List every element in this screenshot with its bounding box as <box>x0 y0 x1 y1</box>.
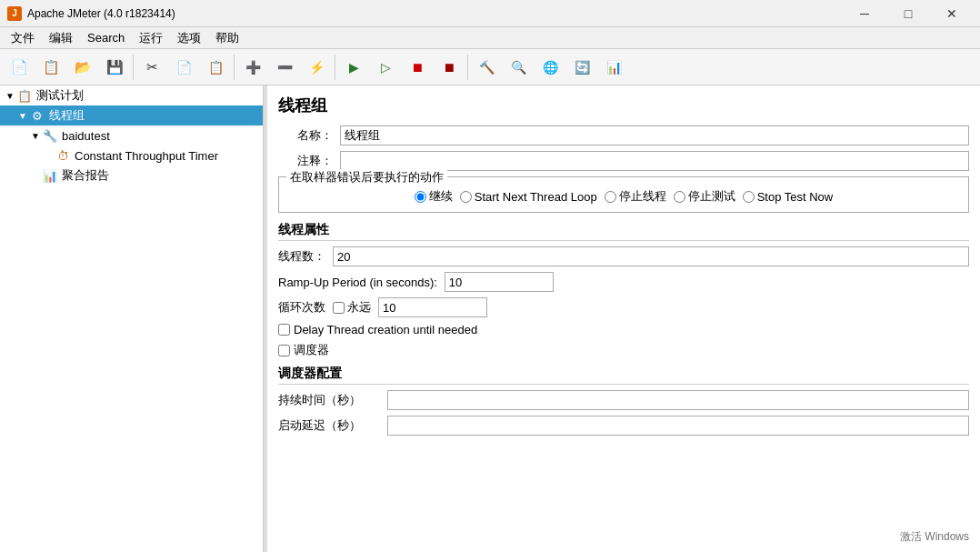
radio-stop-test-input[interactable] <box>674 191 685 203</box>
name-input[interactable] <box>340 125 969 146</box>
remove-button[interactable] <box>269 52 300 83</box>
menu-help[interactable]: 帮助 <box>208 28 246 48</box>
search-button[interactable] <box>503 52 534 83</box>
thread-count-label: 线程数： <box>278 248 325 265</box>
forever-checkbox[interactable] <box>333 302 345 314</box>
startup-delay-input[interactable] <box>387 416 969 436</box>
radio-stop-test-now[interactable]: Stop Test Now <box>743 190 834 204</box>
toolbar-sep-2 <box>234 55 235 80</box>
stop-button[interactable] <box>402 52 433 83</box>
toolbar <box>0 49 980 85</box>
remote-button[interactable] <box>535 52 565 83</box>
cut-button[interactable] <box>136 52 167 83</box>
menu-bar: 文件 编辑 Search 运行 选项 帮助 <box>0 27 980 49</box>
minimize-button[interactable]: ─ <box>844 0 885 27</box>
clear-button[interactable] <box>471 52 502 83</box>
watermark: 激活 Windows <box>900 529 969 545</box>
save-button[interactable] <box>99 52 130 83</box>
loop-count-label: 循环次数 <box>278 299 325 316</box>
radio-stop-test[interactable]: 停止测试 <box>674 188 735 205</box>
main-layout: ▼ 📋 测试计划 ▼ ⚙ 线程组 ▼ 🔧 baidutest ⏱ Constan… <box>0 85 980 552</box>
duration-row: 持续时间（秒） <box>278 390 969 410</box>
run-button[interactable] <box>338 52 369 83</box>
app-icon: J <box>7 6 22 21</box>
tree-icon-constant-timer: ⏱ <box>55 147 71 164</box>
error-action-groupbox: 在取样器错误后要执行的动作 继续 Start Next Thread Loop … <box>278 176 969 213</box>
scheduler-section: 调度器配置 持续时间（秒） 启动延迟（秒） <box>278 366 969 436</box>
menu-options[interactable]: 选项 <box>170 28 208 48</box>
copy-button[interactable] <box>168 52 199 83</box>
startup-delay-row: 启动延迟（秒） <box>278 416 969 436</box>
ramp-up-label: Ramp-Up Period (in seconds): <box>278 276 437 289</box>
forever-label: 永远 <box>347 299 371 316</box>
content-area: 线程组 名称： 注释： 在取样器错误后要执行的动作 继续 Start Next … <box>267 85 980 552</box>
ramp-up-input[interactable] <box>445 272 554 292</box>
content-title: 线程组 <box>278 95 969 116</box>
tree-label-aggregate-report: 聚合报告 <box>62 167 109 184</box>
loop-count-row: 循环次数 永远 <box>278 297 969 317</box>
duration-input[interactable] <box>387 390 969 410</box>
scheduler-checkbox-label: 调度器 <box>294 342 329 358</box>
delay-thread-label: Delay Thread creation until needed <box>294 323 477 336</box>
title-bar: J Apache JMeter (4.0 r1823414) ─ □ ✕ <box>0 0 980 27</box>
tree-label-test-plan: 测试计划 <box>36 87 84 104</box>
menu-search[interactable]: Search <box>80 28 132 48</box>
tree-label-thread-group: 线程组 <box>49 107 85 124</box>
tree-icon-thread-group: ⚙ <box>29 107 45 124</box>
toolbar-sep-1 <box>133 55 134 80</box>
menu-file[interactable]: 文件 <box>4 28 42 48</box>
tree-icon-test-plan: 📋 <box>16 87 33 104</box>
comment-input[interactable] <box>340 151 969 171</box>
radio-stop-thread-input[interactable] <box>605 191 616 203</box>
maximize-button[interactable]: □ <box>887 0 929 27</box>
comment-row: 注释： <box>278 151 969 171</box>
radio-stop-test-now-input[interactable] <box>743 191 755 203</box>
open-button[interactable] <box>67 52 98 83</box>
toolbar-sep-3 <box>335 55 335 80</box>
delay-thread-checkbox[interactable] <box>278 324 290 336</box>
tree-label-constant-timer: Constant Throughput Timer <box>75 149 218 163</box>
radio-start-next[interactable]: Start Next Thread Loop <box>460 190 597 204</box>
forever-checkbox-label[interactable]: 永远 <box>333 299 371 316</box>
tree-item-aggregate-report[interactable]: 📊 聚合报告 <box>0 166 263 186</box>
tree-label-baidutest: baidutest <box>62 129 110 143</box>
loop-count-input[interactable] <box>378 297 487 317</box>
add-button[interactable] <box>237 52 268 83</box>
reset-button[interactable] <box>566 52 597 83</box>
tree-item-baidutest[interactable]: ▼ 🔧 baidutest <box>0 125 263 146</box>
menu-edit[interactable]: 编辑 <box>42 28 80 48</box>
menu-run[interactable]: 运行 <box>132 28 170 48</box>
scheduler-checkbox-row: 调度器 <box>278 342 969 358</box>
comment-label: 注释： <box>278 153 333 169</box>
radio-stop-thread[interactable]: 停止线程 <box>605 188 666 205</box>
tree-icon-aggregate-report: 📊 <box>42 167 58 184</box>
tree-arrow-thread-group: ▼ <box>16 111 29 121</box>
toggle-button[interactable] <box>301 52 332 83</box>
sidebar: ▼ 📋 测试计划 ▼ ⚙ 线程组 ▼ 🔧 baidutest ⏱ Constan… <box>0 85 264 552</box>
tree-arrow-baidutest: ▼ <box>29 131 42 141</box>
radio-start-next-input[interactable] <box>460 191 472 203</box>
delay-thread-row: Delay Thread creation until needed <box>278 323 969 336</box>
radio-continue-input[interactable] <box>415 191 426 203</box>
toolbar-sep-4 <box>467 55 468 80</box>
duration-label: 持续时间（秒） <box>278 392 387 408</box>
stopall-button[interactable] <box>434 52 465 83</box>
runsel-button[interactable] <box>370 52 401 83</box>
error-action-legend: 在取样器错误后要执行的动作 <box>286 169 447 186</box>
help-button[interactable] <box>598 52 629 83</box>
tree-icon-baidutest: 🔧 <box>42 127 58 144</box>
tree-item-test-plan[interactable]: ▼ 📋 测试计划 <box>0 85 263 105</box>
name-label: 名称： <box>278 127 333 144</box>
new-button[interactable] <box>4 52 35 83</box>
tree-item-thread-group[interactable]: ▼ ⚙ 线程组 <box>0 105 263 125</box>
templates-button[interactable] <box>35 52 66 83</box>
close-button[interactable]: ✕ <box>931 0 973 27</box>
paste-button[interactable] <box>200 52 231 83</box>
window-controls: ─ □ ✕ <box>844 0 973 27</box>
tree-item-constant-timer[interactable]: ⏱ Constant Throughput Timer <box>0 146 263 166</box>
radio-continue[interactable]: 继续 <box>415 188 453 205</box>
scheduler-checkbox[interactable] <box>278 345 290 356</box>
thread-count-input[interactable] <box>333 246 969 266</box>
scheduler-title: 调度器配置 <box>278 366 969 385</box>
radio-continue-label: 继续 <box>429 188 453 205</box>
